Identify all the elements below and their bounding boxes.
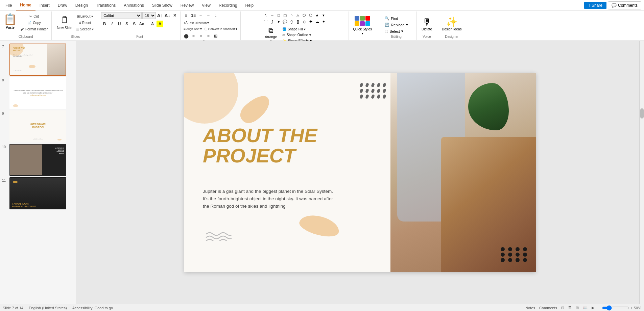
tab-insert[interactable]: Insert bbox=[35, 0, 54, 10]
line-spacing-button[interactable]: ↕ bbox=[212, 12, 219, 19]
shape-freeform[interactable]: ∫ bbox=[269, 19, 275, 25]
font-decrease-button[interactable]: A↓ bbox=[164, 12, 171, 19]
shape-cross[interactable]: ✚ bbox=[308, 19, 314, 25]
underline-button[interactable]: U bbox=[116, 21, 123, 27]
share-button[interactable]: ↑ Share bbox=[584, 2, 606, 9]
slide-item-7[interactable]: 7 ABOUT THEPROJECT Jupiter is a gas gian… bbox=[2, 44, 74, 76]
tab-design[interactable]: Design bbox=[71, 0, 92, 10]
convert-smartart-button[interactable]: ⬡ Convert to SmartArt ▾ bbox=[204, 27, 239, 31]
find-button[interactable]: 🔍 Find bbox=[383, 16, 400, 21]
slide-item-11[interactable]: 11 A PICTURE ALWAYSREINFORCES THE CONCEP… bbox=[2, 177, 74, 209]
slideshow-view-button[interactable]: ▶ bbox=[592, 306, 594, 310]
comment-icon: 💬 bbox=[612, 3, 617, 8]
shape-line[interactable]: \ bbox=[263, 12, 269, 18]
outline-view-button[interactable]: ☰ bbox=[568, 306, 572, 310]
shape-triangle[interactable]: △ bbox=[295, 12, 301, 18]
font-increase-button[interactable]: A↑ bbox=[157, 12, 163, 19]
shape-rect[interactable]: □ bbox=[276, 12, 282, 18]
font-size-select[interactable]: 18 bbox=[142, 12, 156, 19]
select-button[interactable]: ⬚ Select ▾ bbox=[383, 28, 405, 34]
slide-item-10[interactable]: 10 A PICTURE ISWORTH ATHOUSANDWORDS bbox=[2, 144, 74, 176]
normal-view-button[interactable]: ⊡ bbox=[561, 306, 564, 310]
shape-curve[interactable]: ⌒ bbox=[263, 19, 269, 25]
slide-thumb-11[interactable]: A PICTURE ALWAYSREINFORCES THE CONCEPT bbox=[9, 177, 66, 209]
change-case-button[interactable]: Aa bbox=[138, 21, 145, 27]
align-text-button[interactable]: ≡ Align Text ▾ bbox=[183, 27, 203, 31]
slide-thumb-9[interactable]: AWESOMEWORDS subtitle text here bbox=[9, 110, 66, 142]
tab-recording[interactable]: Recording bbox=[215, 0, 241, 10]
replace-button[interactable]: 🔄 Replace ▾ bbox=[383, 22, 410, 28]
justify-button[interactable]: ≡ bbox=[205, 33, 212, 40]
decrease-indent-button[interactable]: ← bbox=[197, 12, 204, 19]
align-left-button[interactable]: ⬤ bbox=[183, 33, 189, 40]
strikethrough-button[interactable]: S bbox=[123, 21, 130, 27]
align-right-button[interactable]: ≡ bbox=[197, 33, 204, 40]
shape-oval[interactable]: ○ bbox=[288, 12, 294, 18]
shadow-button[interactable]: S bbox=[131, 21, 138, 27]
sorter-view-button[interactable]: ⊞ bbox=[576, 306, 579, 310]
comments-button[interactable]: 💬 Comments bbox=[608, 1, 641, 9]
notes-button[interactable]: Notes bbox=[525, 306, 535, 310]
format-painter-button[interactable]: 🖌 Format Painter bbox=[19, 26, 49, 32]
slide-thumb-7[interactable]: ABOUT THEPROJECT Jupiter is a gas giant … bbox=[9, 44, 66, 76]
shape-fill-button[interactable]: 🪣 Shape Fill ▾ bbox=[280, 27, 314, 32]
dictate-button[interactable]: 🎙 Dictate bbox=[419, 15, 435, 32]
reset-button[interactable]: ↺ Reset bbox=[74, 20, 95, 26]
zoom-slider[interactable] bbox=[602, 305, 629, 311]
zoom-out-button[interactable]: − bbox=[598, 306, 600, 310]
slide-canvas[interactable]: ABOUT THE PROJECT Jupiter is a gas giant… bbox=[184, 73, 536, 272]
font-name-select[interactable]: Calibri bbox=[101, 12, 142, 19]
slide-thumb-8[interactable]: "This is a quote, words full of wisdom t… bbox=[9, 77, 66, 109]
comments-status-button[interactable]: Comments bbox=[539, 306, 557, 310]
italic-button[interactable]: I bbox=[109, 21, 115, 27]
tab-file[interactable]: File bbox=[1, 0, 16, 10]
section-button[interactable]: ☰ Section ▾ bbox=[74, 26, 95, 32]
shape-star[interactable]: ★ bbox=[314, 12, 320, 18]
tab-animations[interactable]: Animations bbox=[120, 0, 148, 10]
shape-rounded-rect[interactable]: ▢ bbox=[282, 12, 288, 18]
shape-misc[interactable]: ✦ bbox=[320, 19, 327, 25]
bullets-button[interactable]: ≡ bbox=[183, 12, 189, 19]
shape-outline-button[interactable]: ▭ Shape Outline ▾ bbox=[280, 32, 314, 37]
font-color-button[interactable]: A bbox=[149, 21, 156, 27]
tab-help[interactable]: Help bbox=[241, 0, 258, 10]
shape-cloud[interactable]: ☁ bbox=[314, 19, 320, 25]
shape-callout[interactable]: 💬 bbox=[282, 19, 288, 25]
clear-formatting-button[interactable]: ✕ bbox=[171, 12, 178, 19]
shape-pentagon[interactable]: ⬠ bbox=[301, 12, 307, 18]
center-button[interactable]: ≡ bbox=[190, 33, 197, 40]
shape-hex[interactable]: ⬡ bbox=[308, 12, 314, 18]
increase-indent-button[interactable]: → bbox=[205, 12, 212, 19]
highlight-button[interactable]: A bbox=[157, 21, 163, 27]
new-slide-button[interactable]: 🗒 New Slide bbox=[55, 12, 74, 32]
reading-view-button[interactable]: 📖 bbox=[583, 306, 588, 310]
zoom-in-button[interactable]: + bbox=[630, 306, 633, 310]
shape-diamond[interactable]: ◇ bbox=[301, 19, 307, 25]
shape-brace[interactable]: [] bbox=[295, 19, 301, 25]
shape-bracket[interactable]: {} bbox=[288, 19, 294, 25]
vertical-scrollbar[interactable] bbox=[639, 41, 644, 304]
copy-button[interactable]: 📄 Copy bbox=[19, 20, 49, 26]
tab-home[interactable]: Home bbox=[16, 0, 35, 10]
slide-item-9[interactable]: 9 AWESOMEWORDS subtitle text here bbox=[2, 110, 74, 142]
slide-item-8[interactable]: 8 "This is a quote, words full of wisdom… bbox=[2, 77, 74, 109]
slide-thumb-10[interactable]: A PICTURE ISWORTH ATHOUSANDWORDS bbox=[9, 144, 66, 176]
shape-block-arrow[interactable]: ➤ bbox=[276, 19, 282, 25]
layout-button[interactable]: ⊞ Layout ▾ bbox=[74, 14, 95, 19]
tab-slideshow[interactable]: Slide Show bbox=[148, 0, 176, 10]
tab-draw[interactable]: Draw bbox=[54, 0, 71, 10]
text-direction-button[interactable]: ↕A Text Direction ▾ bbox=[183, 21, 210, 25]
scroll-thumb[interactable] bbox=[640, 108, 644, 119]
shape-more[interactable]: ▾ bbox=[320, 12, 327, 18]
shape-arrow[interactable]: → bbox=[269, 12, 275, 18]
columns-button[interactable]: ⊞ bbox=[212, 33, 219, 40]
tab-transitions[interactable]: Transitions bbox=[92, 0, 120, 10]
design-ideas-button[interactable]: ✨ Design Ideas bbox=[439, 15, 464, 32]
tab-review[interactable]: Review bbox=[176, 0, 198, 10]
quick-styles-button[interactable]: Quick Styles ▾ bbox=[351, 15, 374, 36]
numbering-button[interactable]: 1≡ bbox=[190, 12, 197, 19]
tab-view[interactable]: View bbox=[198, 0, 215, 10]
paste-button[interactable]: 📋 Paste bbox=[2, 12, 18, 30]
bold-button[interactable]: B bbox=[101, 21, 108, 27]
cut-button[interactable]: ✂ Cut bbox=[19, 14, 49, 19]
